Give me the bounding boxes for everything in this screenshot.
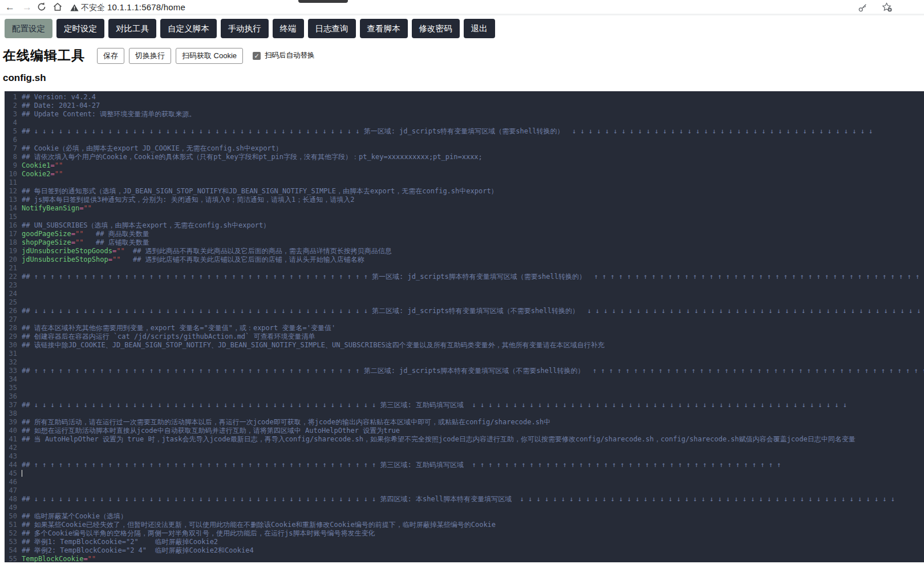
editor-line[interactable]: 54## 举例2: TempBlockCookie="2 4" 临时屏蔽掉Coo… xyxy=(5,546,924,555)
editor-line[interactable]: 39## 所有互助码活动，请在运行过一次需要互助的活动脚本以后，再运行一次jco… xyxy=(5,418,924,427)
nav-terminal[interactable]: 终端 xyxy=(273,19,304,38)
editor-line[interactable]: 8## 请依次填入每个用户的Cookie，Cookie的具体形式（只有pt_ke… xyxy=(5,153,924,161)
editor-line[interactable]: 51## 如果某些Cookie已经失效了，但暂时还没法更新，可以使用此功能在不删… xyxy=(5,521,924,529)
line-content xyxy=(22,409,924,418)
editor-line[interactable]: 48## ↓ ↓ ↓ ↓ ↓ ↓ ↓ ↓ ↓ ↓ ↓ ↓ ↓ ↓ ↓ ↓ ↓ ↓… xyxy=(5,495,924,504)
save-button[interactable]: 保存 xyxy=(97,48,124,64)
editor-line[interactable]: 26## ↓ ↓ ↓ ↓ ↓ ↓ ↓ ↓ ↓ ↓ ↓ ↓ ↓ ↓ ↓ ↓ ↓ ↓… xyxy=(5,307,924,315)
nav-custom-script[interactable]: 自定义脚本 xyxy=(160,19,217,38)
line-content: ## 所有互助码活动，请在运行过一次需要互助的活动脚本以后，再运行一次jcode… xyxy=(22,418,924,427)
nav-change-password[interactable]: 修改密码 xyxy=(412,19,460,38)
editor-line[interactable]: 1## Version: v4.2.4 xyxy=(5,93,924,102)
editor-line[interactable]: 34 xyxy=(5,375,924,384)
editor-line[interactable]: 5## ↓ ↓ ↓ ↓ ↓ ↓ ↓ ↓ ↓ ↓ ↓ ↓ ↓ ↓ ↓ ↓ ↓ ↓ … xyxy=(5,127,924,136)
line-number: 25 xyxy=(5,298,17,307)
editor-line[interactable]: 50## 临时屏蔽某个Cookie（选填） xyxy=(5,512,924,521)
editor-line[interactable]: 53## 举例1: TempBlockCookie="2" 临时屏蔽掉Cooki… xyxy=(5,538,924,546)
editor-line[interactable]: 3## Update Content: 调整环境变量清单的获取来源。 xyxy=(5,110,924,119)
warning-icon[interactable] xyxy=(70,4,79,11)
editor-line[interactable]: 29## 创建容器后在容器内运行 `cat /jd/scripts/github… xyxy=(5,332,924,341)
editor-line[interactable]: 30## 该链接中除JD_COOKIE、JD_BEAN_SIGN_STOP_NO… xyxy=(5,341,924,350)
line-content: ## 如果某些Cookie已经失效了，但暂时还没法更新，可以使用此功能在不删除该… xyxy=(22,521,924,529)
back-icon[interactable]: ← xyxy=(5,1,15,14)
line-content: jdUnsubscribeStopShop="" ## 遇到此店铺不再取关此店铺… xyxy=(22,255,924,264)
line-number: 37 xyxy=(5,401,17,409)
line-content: ## Cookie（必填，由脚本去export JD_COOKIE，无需在con… xyxy=(22,144,924,153)
editor-line[interactable]: 45 xyxy=(5,469,924,478)
line-content: ## ↑ ↑ ↑ ↑ ↑ ↑ ↑ ↑ ↑ ↑ ↑ ↑ ↑ ↑ ↑ ↑ ↑ ↑ ↑… xyxy=(22,273,924,281)
forward-icon[interactable]: → xyxy=(22,1,32,14)
security-label[interactable]: 不安全 xyxy=(81,3,105,13)
nav-logout[interactable]: 退出 xyxy=(464,19,495,38)
browser-chrome: ← → 不安全 10.1.1.1:5678/home xyxy=(0,0,924,15)
nav-log-query[interactable]: 日志查询 xyxy=(308,19,356,38)
browser-tab-fragment[interactable] xyxy=(298,0,348,3)
editor-line[interactable]: 24 xyxy=(5,290,924,298)
editor-line[interactable]: 40## 如想在运行互助活动脚本时直接从jcode中自动获取互助码并进行互助，请… xyxy=(5,427,924,435)
line-number: 10 xyxy=(5,170,17,178)
editor-line[interactable]: 16## UN_SUBSCRIBES（选填，由脚本去export，无需在conf… xyxy=(5,221,924,230)
toggle-wrap-button[interactable]: 切换换行 xyxy=(129,48,171,64)
editor-line[interactable]: 2## Date: 2021-04-27 xyxy=(5,102,924,110)
editor-line[interactable]: 11 xyxy=(5,178,924,187)
editor-line[interactable]: 23 xyxy=(5,281,924,290)
editor-line[interactable]: 37## ↓ ↓ ↓ ↓ ↓ ↓ ↓ ↓ ↓ ↓ ↓ ↓ ↓ ↓ ↓ ↓ ↓ ↓… xyxy=(5,401,924,409)
reload-icon[interactable] xyxy=(37,2,47,12)
scan-cookie-button[interactable]: 扫码获取 Cookie xyxy=(176,48,243,64)
editor-line[interactable]: 32 xyxy=(5,358,924,367)
editor-line[interactable]: 27 xyxy=(5,315,924,324)
line-content: ## 如想在运行互助活动脚本时直接从jcode中自动获取互助码并进行互助，请将第… xyxy=(22,427,924,435)
editor-line[interactable]: 15 xyxy=(5,213,924,221)
editor-line[interactable]: 18shopPageSize="" ## 店铺取关数量 xyxy=(5,238,924,247)
editor-line[interactable]: 14NotifyBeanSign="" xyxy=(5,204,924,213)
nav-diff-tool[interactable]: 对比工具 xyxy=(108,19,156,38)
line-number: 21 xyxy=(5,264,17,273)
editor-line[interactable]: 9Cookie1="" xyxy=(5,161,924,170)
editor-line[interactable]: 13## js脚本每日签到提供3种通知方式，分别为: 关闭通知，请填入0；简洁通… xyxy=(5,196,924,204)
editor-line[interactable]: 21 xyxy=(5,264,924,273)
editor-line[interactable]: 46 xyxy=(5,478,924,486)
editor-line[interactable]: 31 xyxy=(5,350,924,358)
editor-line[interactable]: 6 xyxy=(5,136,924,144)
line-content: Cookie2="" xyxy=(22,170,924,178)
auto-replace-checkbox[interactable]: ✓ xyxy=(253,52,261,60)
favorite-add-icon[interactable] xyxy=(882,2,893,13)
line-number: 4 xyxy=(5,119,17,127)
line-content xyxy=(22,213,924,221)
editor-line[interactable]: 36 xyxy=(5,392,924,401)
editor-line[interactable]: 41## 当 AutoHelpOther 设置为 true 时，jtask会先导… xyxy=(5,435,924,444)
editor-line[interactable]: 10Cookie2="" xyxy=(5,170,924,178)
editor-line[interactable]: 35 xyxy=(5,384,924,392)
editor-line[interactable]: 12## 每日签到的通知形式（选填，JD_BEAN_SIGN_STOP_NOTI… xyxy=(5,187,924,196)
editor-line[interactable]: 49 xyxy=(5,504,924,512)
editor-line[interactable]: 55TempBlockCookie="" xyxy=(5,555,924,562)
line-number: 17 xyxy=(5,230,17,238)
editor-line[interactable]: 33## ↑ ↑ ↑ ↑ ↑ ↑ ↑ ↑ ↑ ↑ ↑ ↑ ↑ ↑ ↑ ↑ ↑ ↑… xyxy=(5,367,924,375)
editor-line[interactable]: 20jdUnsubscribeStopShop="" ## 遇到此店铺不再取关此… xyxy=(5,255,924,264)
nav-schedule[interactable]: 定时设定 xyxy=(56,19,104,38)
home-icon[interactable] xyxy=(52,2,63,12)
editor-line[interactable]: 25 xyxy=(5,298,924,307)
editor-line[interactable]: 28## 请在本区域补充其他你需要用到变量，export 变量名="变量值"，或… xyxy=(5,324,924,332)
line-number: 40 xyxy=(5,427,17,435)
nav-view-script[interactable]: 查看脚本 xyxy=(360,19,408,38)
nav-config[interactable]: 配置设定 xyxy=(5,19,52,38)
editor-line[interactable]: 4 xyxy=(5,119,924,127)
code-editor[interactable]: 1## Version: v4.2.42## Date: 2021-04-273… xyxy=(5,91,924,562)
editor-line[interactable]: 44## ↑ ↑ ↑ ↑ ↑ ↑ ↑ ↑ ↑ ↑ ↑ ↑ ↑ ↑ ↑ ↑ ↑ ↑… xyxy=(5,461,924,469)
nav-manual-run[interactable]: 手动执行 xyxy=(221,19,269,38)
editor-line[interactable]: 38 xyxy=(5,409,924,418)
line-number: 32 xyxy=(5,358,17,367)
editor-line[interactable]: 42 xyxy=(5,444,924,452)
editor-line[interactable]: 47 xyxy=(5,486,924,495)
editor-line[interactable]: 22## ↑ ↑ ↑ ↑ ↑ ↑ ↑ ↑ ↑ ↑ ↑ ↑ ↑ ↑ ↑ ↑ ↑ ↑… xyxy=(5,273,924,281)
editor-line[interactable]: 17goodPageSize="" ## 商品取关数量 xyxy=(5,230,924,238)
editor-line[interactable]: 52## 多个Cookie编号以半角的空格分隔，两侧一对半角双引号，使用此功能后… xyxy=(5,529,924,538)
key-icon[interactable] xyxy=(858,3,868,13)
line-content xyxy=(22,469,924,478)
editor-line[interactable]: 7## Cookie（必填，由脚本去export JD_COOKIE，无需在co… xyxy=(5,144,924,153)
editor-line[interactable]: 19jdUnsubscribeStopGoods="" ## 遇到此商品不再取关… xyxy=(5,247,924,255)
url-text[interactable]: 10.1.1.1:5678/home xyxy=(107,2,185,12)
line-content xyxy=(22,486,924,495)
editor-line[interactable]: 43 xyxy=(5,452,924,461)
